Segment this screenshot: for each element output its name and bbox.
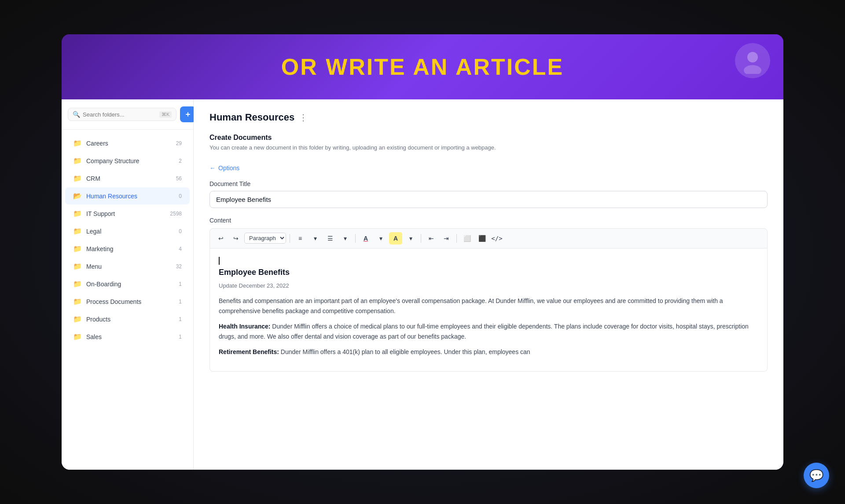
sidebar-item-count-careers: 29 bbox=[176, 140, 182, 146]
editor-para-3-bold: Retirement Benefits: bbox=[219, 348, 279, 355]
sidebar-item-count-products: 1 bbox=[179, 316, 182, 322]
sidebar-item-menu[interactable]: 📁 Menu 32 bbox=[65, 258, 190, 275]
paragraph-style-select[interactable]: Paragraph bbox=[244, 233, 286, 244]
folder-header: Human Resources ⋮ bbox=[209, 112, 768, 123]
sidebar-item-count-it-support: 2598 bbox=[170, 211, 182, 217]
sidebar-item-crm[interactable]: 📁 CRM 56 bbox=[65, 170, 190, 187]
indent-left-button[interactable]: ⇤ bbox=[425, 232, 438, 245]
editor-para-3-text: Dunder Mifflin offers a 401(k) plan to a… bbox=[279, 348, 530, 355]
ordered-list-chevron[interactable]: ▾ bbox=[309, 232, 322, 245]
editor-para-1: Benefits and compensation are an importa… bbox=[219, 296, 758, 316]
main-content: Human Resources ⋮ Create Documents You c… bbox=[194, 99, 783, 470]
unordered-list-chevron[interactable]: ▾ bbox=[338, 232, 352, 245]
sidebar-item-process-documents[interactable]: 📁 Process Documents 1 bbox=[65, 293, 190, 310]
code-button[interactable]: </> bbox=[490, 232, 503, 245]
toolbar-divider-2 bbox=[355, 234, 356, 243]
svg-rect-3 bbox=[187, 112, 188, 117]
toolbar-divider-3 bbox=[421, 234, 421, 243]
sidebar-item-label-careers: Careers bbox=[86, 140, 172, 147]
banner-title: OR WRITE AN ARTICLE bbox=[281, 54, 564, 80]
sidebar-item-label-human-resources: Human Resources bbox=[86, 193, 174, 200]
unordered-list-button[interactable]: ☰ bbox=[323, 232, 337, 245]
undo-button[interactable]: ↩ bbox=[214, 232, 228, 245]
sidebar-item-label-company-structure: Company Structure bbox=[86, 157, 174, 164]
options-back-label: Options bbox=[218, 164, 239, 172]
sidebar-item-label-crm: CRM bbox=[86, 175, 172, 182]
create-docs-title: Create Documents bbox=[209, 134, 768, 142]
document-title-input[interactable] bbox=[209, 191, 768, 208]
folder-icon-menu: 📁 bbox=[73, 262, 82, 270]
sidebar-item-count-sales: 1 bbox=[179, 334, 182, 340]
sidebar-item-products[interactable]: 📁 Products 1 bbox=[65, 310, 190, 328]
editor-toolbar: ↩ ↪ Paragraph ≡ ▾ ☰ ▾ A ▾ A ▾ ⇤ ⇥ ⬜ bbox=[209, 228, 768, 248]
sidebar-item-legal[interactable]: 📁 Legal 0 bbox=[65, 223, 190, 240]
sidebar-item-count-on-boarding: 1 bbox=[179, 281, 182, 287]
font-color-button[interactable]: A bbox=[359, 232, 372, 245]
folder-icon-crm: 📁 bbox=[73, 174, 82, 183]
editor-para-2-text: Dunder Mifflin offers a choice of medica… bbox=[219, 323, 749, 340]
sidebar-item-count-legal: 0 bbox=[179, 228, 182, 234]
search-box[interactable]: 🔍 ⌘K bbox=[68, 108, 176, 121]
sidebar: 🔍 ⌘K 📁 Careers 29 bbox=[62, 99, 194, 470]
editor-para-3: Retirement Benefits: Dunder Mifflin offe… bbox=[219, 347, 758, 357]
sidebar-item-sales[interactable]: 📁 Sales 1 bbox=[65, 328, 190, 345]
sidebar-item-count-company-structure: 2 bbox=[179, 158, 182, 164]
ordered-list-button[interactable]: ≡ bbox=[294, 232, 307, 245]
create-docs-description: You can create a new document in this fo… bbox=[209, 143, 768, 152]
link-button[interactable]: ⬛ bbox=[475, 232, 489, 245]
text-cursor bbox=[219, 257, 220, 265]
search-shortcut: ⌘K bbox=[159, 111, 172, 118]
options-back-button[interactable]: ← Options bbox=[209, 164, 768, 172]
sidebar-item-label-products: Products bbox=[86, 316, 174, 323]
svg-point-1 bbox=[744, 65, 761, 74]
toolbar-divider-4 bbox=[456, 234, 457, 243]
highlight-button[interactable]: A bbox=[389, 232, 402, 245]
chat-icon: 💬 bbox=[809, 469, 823, 482]
sidebar-item-label-menu: Menu bbox=[86, 263, 172, 270]
sidebar-item-label-it-support: IT Support bbox=[86, 210, 165, 217]
sidebar-item-label-process-documents: Process Documents bbox=[86, 298, 174, 305]
plus-icon bbox=[184, 110, 192, 118]
sidebar-item-label-marketing: Marketing bbox=[86, 245, 174, 252]
folder-header-title: Human Resources bbox=[209, 112, 294, 123]
sidebar-item-count-marketing: 4 bbox=[179, 246, 182, 252]
main-card: OR WRITE AN ARTICLE 🔍 ⌘K bbox=[62, 34, 783, 470]
editor-cursor-line bbox=[219, 256, 758, 266]
sidebar-item-label-legal: Legal bbox=[86, 228, 174, 235]
sidebar-search-area: 🔍 ⌘K bbox=[62, 99, 193, 130]
sidebar-item-company-structure[interactable]: 📁 Company Structure 2 bbox=[65, 152, 190, 169]
svg-point-0 bbox=[747, 52, 758, 62]
redo-button[interactable]: ↪ bbox=[229, 232, 242, 245]
sidebar-item-on-boarding[interactable]: 📁 On-Boarding 1 bbox=[65, 275, 190, 292]
sidebar-item-count-crm: 56 bbox=[176, 175, 182, 182]
editor-date: Update December 23, 2022 bbox=[219, 281, 758, 291]
sidebar-items-list: 📁 Careers 29 📁 Company Structure 2 📁 CRM… bbox=[62, 130, 193, 470]
sidebar-item-it-support[interactable]: 📁 IT Support 2598 bbox=[65, 205, 190, 222]
font-color-chevron[interactable]: ▾ bbox=[374, 232, 387, 245]
app-window: 🔍 ⌘K 📁 Careers 29 bbox=[62, 99, 783, 470]
folder-icon-products: 📁 bbox=[73, 315, 82, 323]
sidebar-item-count-process-documents: 1 bbox=[179, 299, 182, 305]
folder-icon-company-structure: 📁 bbox=[73, 157, 82, 165]
sidebar-item-label-sales: Sales bbox=[86, 333, 174, 340]
sidebar-item-careers[interactable]: 📁 Careers 29 bbox=[65, 135, 190, 152]
banner: OR WRITE AN ARTICLE bbox=[62, 34, 783, 99]
folder-icon-legal: 📁 bbox=[73, 227, 82, 235]
banner-avatar bbox=[735, 43, 770, 78]
toolbar-divider-1 bbox=[290, 234, 290, 243]
folder-icon-on-boarding: 📁 bbox=[73, 280, 82, 288]
folder-icon-it-support: 📁 bbox=[73, 209, 82, 218]
image-button[interactable]: ⬜ bbox=[460, 232, 474, 245]
sidebar-item-human-resources[interactable]: 📂 Human Resources 0 bbox=[65, 187, 190, 205]
indent-right-button[interactable]: ⇥ bbox=[440, 232, 453, 245]
search-input[interactable] bbox=[83, 111, 157, 118]
more-options-icon[interactable]: ⋮ bbox=[299, 112, 308, 123]
sidebar-item-label-on-boarding: On-Boarding bbox=[86, 281, 174, 288]
back-arrow-icon: ← bbox=[209, 164, 216, 172]
document-title-label: Document Title bbox=[209, 180, 768, 187]
search-icon: 🔍 bbox=[73, 111, 80, 118]
chat-button[interactable]: 💬 bbox=[804, 463, 829, 488]
highlight-chevron[interactable]: ▾ bbox=[404, 232, 417, 245]
editor-area[interactable]: Employee Benefits Update December 23, 20… bbox=[209, 248, 768, 372]
sidebar-item-marketing[interactable]: 📁 Marketing 4 bbox=[65, 240, 190, 257]
